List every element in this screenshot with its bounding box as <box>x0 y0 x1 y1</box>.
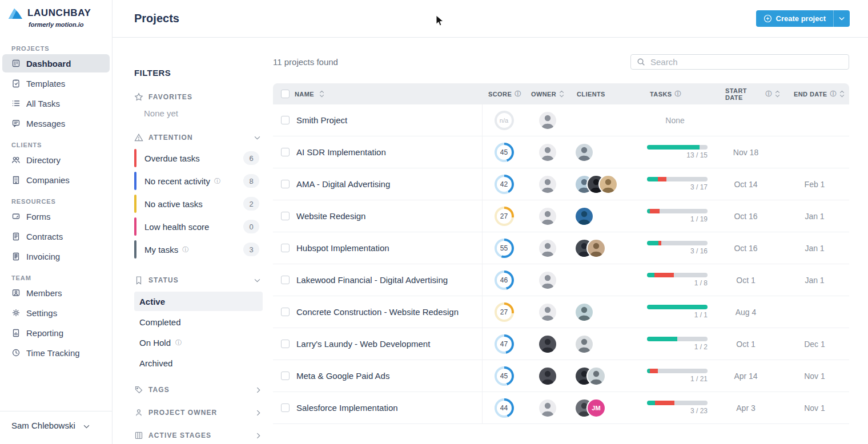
table-row[interactable]: Website Redesign 27 1 / 19 Oct 16 Jan 1 <box>273 200 849 232</box>
status-filter-label: Completed <box>139 317 181 327</box>
column-header-start-date[interactable]: START DATEⓘ <box>712 87 780 101</box>
sidebar-item-time-tracking[interactable]: Time Tracking <box>2 344 110 362</box>
chevron-down-icon[interactable] <box>254 278 260 282</box>
select-all-checkbox[interactable] <box>281 90 290 98</box>
tags-section-header[interactable]: TAGS <box>134 378 263 401</box>
column-label: NAME <box>295 91 314 98</box>
tags-label: TAGS <box>148 386 170 394</box>
page-header: Projects Create project <box>112 0 868 38</box>
table-row[interactable]: AMA - Digital Advertising 42 3 / 17 Oct … <box>273 168 849 200</box>
create-project-dropdown[interactable] <box>834 17 850 21</box>
chevron-right-icon[interactable] <box>256 387 260 393</box>
row-checkbox[interactable] <box>281 212 290 220</box>
sidebar-item-settings[interactable]: Settings <box>2 304 110 322</box>
column-header-tasks[interactable]: TASKSⓘ <box>638 91 712 98</box>
project-name[interactable]: Website Redesign <box>296 211 365 221</box>
filter-count-badge: 8 <box>243 174 259 188</box>
score-value: 27 <box>500 212 508 220</box>
sort-icon[interactable] <box>559 90 564 98</box>
end-date: Dec 1 <box>804 340 825 349</box>
sidebar-item-dashboard[interactable]: Dashboard <box>2 54 110 72</box>
project-name[interactable]: Lakewood Financial - Digital Advertising <box>296 275 448 285</box>
sort-icon[interactable] <box>319 90 324 98</box>
sidebar-item-members[interactable]: Members <box>2 284 110 302</box>
score-value: 42 <box>500 180 508 188</box>
sidebar-item-reporting[interactable]: Reporting <box>2 324 110 342</box>
project-owner-section-header[interactable]: PROJECT OWNER <box>134 401 263 424</box>
start-date: Oct 1 <box>736 276 755 285</box>
row-checkbox[interactable] <box>281 244 290 252</box>
status-filter-completed[interactable]: Completed <box>134 312 263 332</box>
filter-my-tasks[interactable]: My tasksⓘ3 <box>134 238 263 261</box>
results-count: 11 projects found <box>273 57 338 67</box>
score-ring: 27 <box>495 302 514 322</box>
project-name[interactable]: Meta & Google Paid Ads <box>296 371 389 381</box>
chevron-down-icon[interactable] <box>254 136 260 140</box>
score-value: 45 <box>500 372 508 380</box>
project-name[interactable]: Concrete Construction - Website Redesign <box>296 307 459 317</box>
project-name[interactable]: AI SDR Implementation <box>296 147 386 157</box>
project-name[interactable]: Salesforce Implementation <box>296 403 398 413</box>
sidebar-item-invoicing[interactable]: Invoicing <box>2 247 110 265</box>
sidebar-item-companies[interactable]: Companies <box>2 171 110 189</box>
row-checkbox[interactable] <box>281 276 290 284</box>
invoicing-icon <box>11 252 21 261</box>
sidebar-item-messages[interactable]: Messages <box>2 114 110 132</box>
status-filter-archived[interactable]: Archived <box>134 353 263 373</box>
chevron-right-icon[interactable] <box>256 433 260 439</box>
search-input[interactable] <box>650 57 843 67</box>
project-name[interactable]: Larry's Laundy - Web Development <box>296 339 430 349</box>
client-avatar <box>576 208 593 225</box>
logo: LAUNCHBAY formerly motion.io <box>0 6 112 28</box>
status-filter-active[interactable]: Active <box>134 292 263 311</box>
filter-no-recent-activity[interactable]: No recent activityⓘ8 <box>134 169 263 192</box>
column-header-score[interactable]: SCOREⓘ <box>483 91 525 98</box>
row-checkbox[interactable] <box>281 403 290 412</box>
user-menu[interactable]: Sam Chlebowski <box>11 421 103 430</box>
sidebar-item-forms[interactable]: Forms <box>2 207 110 225</box>
sort-icon[interactable] <box>775 90 780 98</box>
row-checkbox[interactable] <box>281 340 290 348</box>
active-stages-section-header[interactable]: ACTIVE STAGES <box>134 424 263 444</box>
table-row[interactable]: Meta & Google Paid Ads 45 1 / 21 Apr 14 … <box>273 360 849 392</box>
search-box[interactable] <box>630 54 849 70</box>
column-header-clients[interactable]: CLIENTS <box>570 91 638 98</box>
row-checkbox[interactable] <box>281 180 290 188</box>
owner-avatar <box>539 399 556 417</box>
sidebar-item-contracts[interactable]: Contracts <box>2 227 110 245</box>
create-project-button[interactable]: Create project <box>756 10 850 27</box>
sidebar-item-directory[interactable]: Directory <box>2 151 110 169</box>
sort-icon[interactable] <box>839 90 845 98</box>
table-row[interactable]: Lakewood Financial - Digital Advertising… <box>273 264 849 296</box>
favorites-section-header[interactable]: FAVORITES <box>134 92 263 102</box>
sidebar-item-all-tasks[interactable]: All Tasks <box>2 94 110 112</box>
attention-section-header[interactable]: ATTENTION <box>134 133 263 142</box>
row-checkbox[interactable] <box>281 148 290 156</box>
column-header-owner[interactable]: OWNER <box>525 90 570 98</box>
column-header-name[interactable]: NAME <box>273 90 483 98</box>
status-filter-on-hold[interactable]: On Holdⓘ <box>134 333 263 352</box>
table-row[interactable]: Smith Project n/a None <box>273 104 849 136</box>
table-row[interactable]: Hubspot Implementation 55 3 / 16 Oct 16 … <box>273 232 849 264</box>
column-label: OWNER <box>531 91 556 98</box>
chevron-right-icon[interactable] <box>256 410 260 416</box>
table-row[interactable]: Concrete Construction - Website Redesign… <box>273 296 849 328</box>
table-row[interactable]: AI SDR Implementation 45 13 / 15 Nov 18 <box>273 136 849 168</box>
project-name[interactable]: Hubspot Implementation <box>296 243 389 253</box>
filter-no-active-tasks[interactable]: No active tasks2 <box>134 192 263 215</box>
row-checkbox[interactable] <box>281 116 290 124</box>
progress-done-segment <box>647 273 654 277</box>
sidebar-item-label: Time Tracking <box>26 348 80 358</box>
row-checkbox[interactable] <box>281 372 290 380</box>
sidebar-item-templates[interactable]: Templates <box>2 74 110 92</box>
status-section-header[interactable]: STATUS <box>134 276 263 285</box>
filter-overdue-tasks[interactable]: Overdue tasks6 <box>134 147 263 169</box>
project-name[interactable]: AMA - Digital Advertising <box>296 179 390 189</box>
column-header-end-date[interactable]: END DATEⓘ <box>780 90 849 98</box>
row-checkbox[interactable] <box>281 308 290 316</box>
table-row[interactable]: Salesforce Implementation 44 JM 3 / 23 A… <box>273 392 849 424</box>
filter-low-health-score[interactable]: Low health score0 <box>134 215 263 238</box>
project-name[interactable]: Smith Project <box>296 115 347 125</box>
table-row[interactable]: Larry's Laundy - Web Development 47 1 / … <box>273 328 849 360</box>
tasks-progress <box>647 305 708 309</box>
